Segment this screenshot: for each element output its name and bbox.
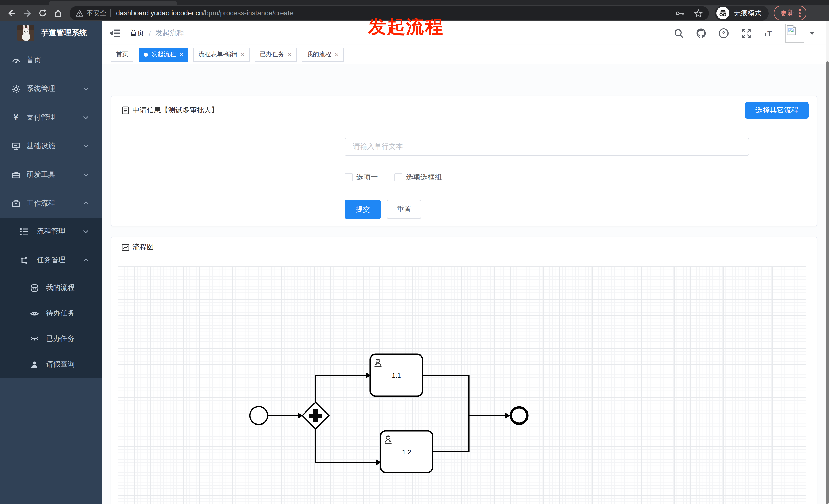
browser-update-button[interactable]: 更新 (774, 6, 806, 21)
apply-info-card: 申请信息【测试多审批人】 选择其它流程 *单行文本 请输入单行文本 *多选框组 … (111, 95, 817, 226)
sidebar-logo[interactable]: 芋道管理系统 (0, 24, 102, 46)
list-icon (20, 227, 29, 236)
sidebar-item-todo-tasks[interactable]: 待办任务 (0, 301, 102, 326)
face-icon (30, 283, 39, 293)
main-area: 首页 / 发起流程 ? (102, 22, 829, 504)
briefcase-icon (11, 199, 21, 208)
logo-image (17, 25, 34, 41)
dashboard-icon (11, 56, 21, 65)
tags-view-bar: 首页 发起流程 × 流程表单-编辑 × 已办任务 × 我的流程 × (102, 45, 829, 65)
browser-menu-icon[interactable] (798, 8, 801, 17)
diagram-card-title: 流程图 (133, 243, 154, 252)
checkbox-option-1-label[interactable]: 选项一 (356, 173, 378, 182)
chevron-down-icon (83, 173, 89, 177)
sidebar-item-workflow[interactable]: 工作流程 (0, 189, 102, 218)
chevron-up-icon (83, 258, 89, 262)
start-event (250, 406, 268, 425)
bpmn-canvas-grid[interactable]: 1.1 1.2 (118, 266, 806, 504)
url-host[interactable]: dashboard.yudao.iocoder.cn (116, 9, 203, 17)
apply-card-title: 申请信息【测试多审批人】 (133, 106, 218, 115)
font-size-icon[interactable]: TT (763, 28, 774, 38)
close-icon[interactable]: × (288, 51, 291, 58)
sidebar-toggle-icon[interactable] (109, 29, 121, 38)
chevron-down-icon (83, 87, 89, 91)
select-other-process-button[interactable]: 选择其它流程 (745, 102, 808, 119)
avatar[interactable] (785, 24, 804, 43)
navbar: 首页 / 发起流程 ? (102, 22, 829, 45)
parallel-gateway (302, 402, 329, 429)
gear-icon (11, 84, 21, 93)
security-label[interactable]: 不安全 (86, 8, 106, 17)
sidebar-item-leave-query[interactable]: 请假查询 (0, 352, 102, 377)
tab-done-tasks[interactable]: 已办任务 × (255, 47, 297, 62)
bookmark-star-icon[interactable] (694, 9, 703, 17)
scrollbar-thumb[interactable] (826, 61, 829, 504)
forward-button[interactable] (20, 6, 35, 20)
user-icon (30, 360, 39, 369)
home-button[interactable] (50, 6, 66, 20)
screen: 不安全 dashboard.yudao.iocoder.cn /bpm/proc… (0, 0, 829, 504)
sidebar-item-system[interactable]: 系统管理 (0, 75, 102, 103)
document-icon (122, 106, 130, 115)
breadcrumb-separator: / (149, 29, 151, 37)
browser-active-tab[interactable] (49, 1, 177, 5)
sidebar-item-home[interactable]: 首页 (0, 46, 102, 75)
tab-home[interactable]: 首页 (111, 47, 134, 62)
app-title: 芋道管理系统 (41, 28, 87, 38)
not-secure-icon (76, 9, 83, 16)
close-icon[interactable]: × (180, 51, 183, 58)
fullscreen-icon[interactable] (741, 28, 751, 38)
avatar-caret-icon[interactable] (809, 32, 815, 35)
incognito-label: 无痕模式 (734, 8, 761, 17)
tree-icon (20, 256, 29, 265)
close-icon[interactable]: × (335, 51, 338, 58)
sidebar-item-devtools[interactable]: 研发工具 (0, 160, 102, 189)
checkbox-option-1[interactable] (345, 173, 353, 182)
password-key-icon[interactable] (676, 9, 685, 16)
back-button[interactable] (4, 6, 20, 20)
tab-my-process[interactable]: 我的流程 × (302, 47, 344, 62)
monitor-icon (11, 142, 21, 151)
user-task-1-2: 1.2 (381, 431, 433, 472)
sidebar-item-done-tasks[interactable]: 已办任务 (0, 326, 102, 352)
checkbox-option-2-label[interactable]: 选项二 (406, 173, 428, 182)
svg-text:T: T (767, 29, 772, 38)
flow-diagram-card: 流程图 (111, 237, 817, 504)
url-path[interactable]: /bpm/process-instance/create (203, 9, 293, 17)
svg-text:T: T (764, 32, 767, 37)
sidebar-item-infrastructure[interactable]: 基础设施 (0, 132, 102, 160)
bpmn-diagram: 1.1 1.2 (118, 266, 806, 504)
reset-button[interactable]: 重置 (387, 200, 422, 219)
input-placeholder: 请输入单行文本 (353, 142, 403, 151)
sidebar-item-process-mgmt[interactable]: 流程管理 (0, 219, 102, 244)
eye-icon (30, 309, 39, 318)
yen-icon: ¥ (11, 113, 21, 122)
checkbox-option-2[interactable] (394, 173, 402, 182)
sidebar-item-my-process[interactable]: 我的流程 (0, 275, 102, 301)
incognito-icon (717, 7, 729, 20)
breadcrumb-home[interactable]: 首页 (130, 29, 144, 38)
active-dot (144, 52, 148, 56)
apply-card-header: 申请信息【测试多审批人】 选择其它流程 (111, 96, 817, 125)
single-line-input[interactable]: 请输入单行文本 (345, 138, 749, 156)
github-icon[interactable] (696, 28, 706, 38)
close-icon[interactable]: × (241, 51, 245, 58)
submit-button[interactable]: 提交 (345, 200, 381, 219)
chevron-down-icon (83, 230, 89, 234)
breadcrumb-current: 发起流程 (155, 29, 184, 38)
page-content: 申请信息【测试多审批人】 选择其它流程 *单行文本 请输入单行文本 *多选框组 … (102, 65, 829, 504)
broken-image-icon (787, 25, 797, 35)
task-1-2-label: 1.2 (402, 448, 411, 456)
tab-form-edit[interactable]: 流程表单-编辑 × (193, 47, 250, 62)
update-label[interactable]: 更新 (781, 8, 794, 17)
search-icon[interactable] (674, 28, 684, 38)
chevron-down-icon (83, 144, 89, 148)
chevron-down-icon (83, 116, 89, 120)
page-scrollbar[interactable] (826, 22, 829, 504)
task-1-1-label: 1.1 (392, 372, 401, 379)
reload-button[interactable] (35, 6, 50, 20)
help-icon[interactable]: ? (719, 28, 729, 38)
sidebar-item-task-mgmt[interactable]: 任务管理 (0, 247, 102, 273)
sidebar-item-payment[interactable]: ¥ 支付管理 (0, 103, 102, 132)
tab-start-process[interactable]: 发起流程 × (139, 47, 188, 62)
